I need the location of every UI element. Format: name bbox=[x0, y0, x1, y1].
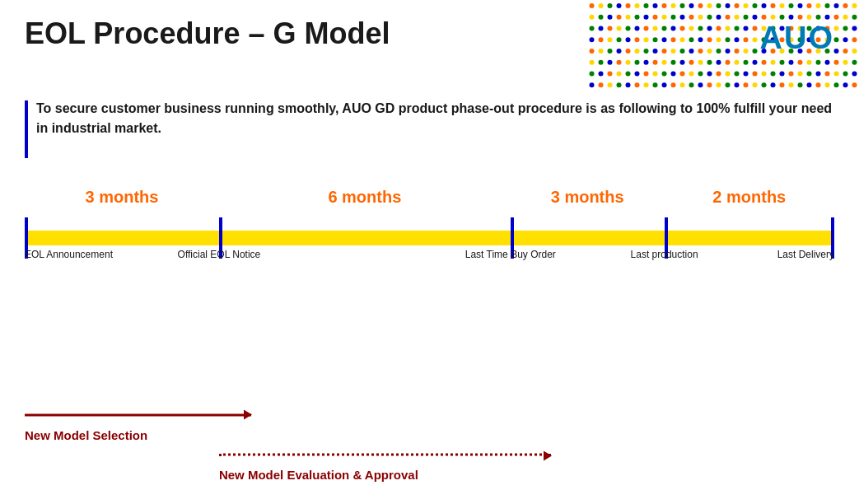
label-official-eol: Official EOL Notice bbox=[178, 249, 261, 260]
new-model-eval-arrowhead bbox=[544, 451, 552, 461]
blue-accent-bar bbox=[25, 100, 28, 158]
duration-3m-second: 3 months bbox=[551, 188, 624, 207]
header: EOL Procedure – G Model AUO bbox=[25, 16, 834, 56]
logo: AUO bbox=[760, 21, 834, 56]
timeline-section: 3 months 6 months 3 months 2 months EOL … bbox=[25, 231, 834, 273]
label-last-time-buy: Last Time Buy Order bbox=[465, 249, 556, 260]
new-model-eval-label: New Model Evaluation & Approval bbox=[219, 468, 418, 482]
label-last-production: Last production bbox=[631, 249, 698, 260]
description-text: To secure customer business running smoo… bbox=[36, 99, 834, 138]
label-eol-announcement: EOL Announcement bbox=[25, 249, 113, 260]
arrows-section: New Model Selection New Model Evaluation… bbox=[25, 404, 834, 466]
timeline-bar bbox=[25, 231, 834, 245]
description-area: To secure customer business running smoo… bbox=[25, 99, 834, 158]
duration-2m: 2 months bbox=[712, 188, 786, 207]
new-model-selection-row: New Model Selection bbox=[25, 404, 834, 427]
new-model-eval-line bbox=[219, 454, 551, 456]
duration-6m: 6 months bbox=[328, 188, 401, 207]
duration-3m-first: 3 months bbox=[86, 188, 159, 207]
new-model-selection-line bbox=[25, 414, 251, 417]
new-model-selection-arrowhead bbox=[244, 410, 252, 420]
new-model-eval-row: New Model Evaluation & Approval bbox=[25, 443, 834, 466]
new-model-selection-label: New Model Selection bbox=[25, 428, 147, 442]
logo-text: AUO bbox=[760, 21, 834, 56]
label-last-delivery: Last Delivery bbox=[777, 249, 834, 260]
page-title: EOL Procedure – G Model bbox=[25, 16, 390, 51]
